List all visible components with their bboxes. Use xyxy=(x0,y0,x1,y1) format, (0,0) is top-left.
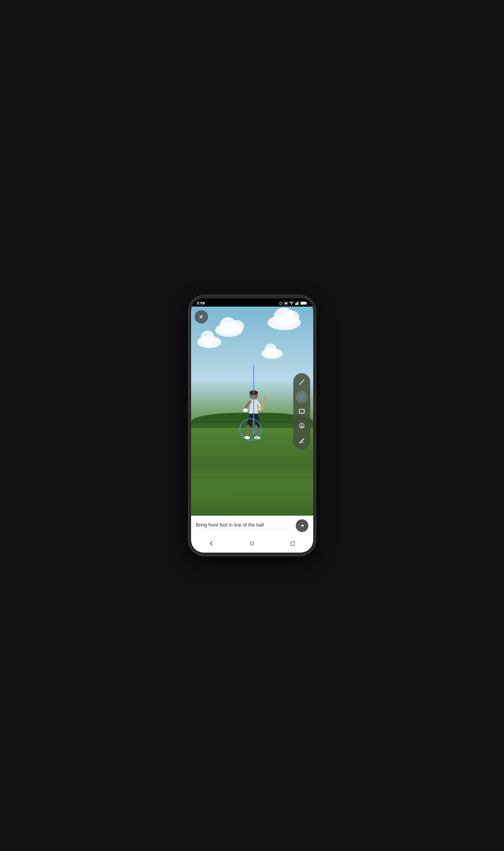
home-icon xyxy=(249,541,255,546)
svg-point-14 xyxy=(243,408,248,412)
svg-rect-10 xyxy=(301,302,306,304)
wifi-icon xyxy=(289,301,294,305)
svg-point-26 xyxy=(300,426,301,427)
svg-rect-4 xyxy=(295,303,296,305)
close-icon: ✕ xyxy=(199,314,204,320)
status-icons xyxy=(279,301,307,305)
alarm-icon xyxy=(279,301,283,305)
svg-rect-30 xyxy=(291,542,294,545)
svg-rect-6 xyxy=(297,302,298,305)
eraser-tool-button[interactable] xyxy=(296,434,308,446)
signal-icon xyxy=(295,301,299,305)
recent-apps-button[interactable] xyxy=(288,539,298,549)
main-content: ✕ xyxy=(191,307,313,553)
send-icon xyxy=(299,523,305,528)
svg-point-3 xyxy=(291,305,292,305)
input-bar xyxy=(191,516,313,536)
line-tool-button[interactable] xyxy=(296,376,308,388)
svg-point-24 xyxy=(301,424,302,425)
color-picker-button[interactable] xyxy=(296,420,308,432)
home-button[interactable] xyxy=(247,539,257,549)
recent-icon xyxy=(290,541,295,546)
svg-point-27 xyxy=(301,426,302,427)
sim-icon xyxy=(284,301,288,305)
line-icon xyxy=(299,379,305,385)
svg-rect-22 xyxy=(299,409,304,413)
send-button[interactable] xyxy=(296,519,308,532)
svg-rect-5 xyxy=(296,302,297,305)
circle-icon xyxy=(299,394,305,400)
eraser-icon xyxy=(299,437,305,444)
svg-rect-2 xyxy=(285,302,287,304)
rectangle-icon xyxy=(299,408,305,415)
svg-rect-9 xyxy=(306,302,307,304)
svg-point-21 xyxy=(299,394,304,399)
close-button[interactable]: ✕ xyxy=(195,310,208,324)
video-area: ✕ xyxy=(191,307,313,516)
nav-bar xyxy=(191,536,313,553)
color-picker-icon xyxy=(299,422,305,429)
circle-tool-button[interactable] xyxy=(296,391,308,403)
battery-icon xyxy=(301,301,307,305)
svg-line-20 xyxy=(299,380,304,384)
svg-point-25 xyxy=(302,426,303,427)
back-button[interactable] xyxy=(206,539,216,549)
back-icon xyxy=(208,540,214,546)
phone-shell: 5:09 xyxy=(188,295,316,556)
message-input[interactable] xyxy=(196,522,293,529)
rectangle-tool-button[interactable] xyxy=(296,405,308,417)
svg-rect-7 xyxy=(298,301,299,305)
status-bar: 5:09 xyxy=(191,298,313,307)
screen: 5:09 xyxy=(191,298,313,553)
status-time: 5:09 xyxy=(197,301,205,305)
svg-point-29 xyxy=(250,542,254,545)
tools-panel xyxy=(293,373,310,449)
